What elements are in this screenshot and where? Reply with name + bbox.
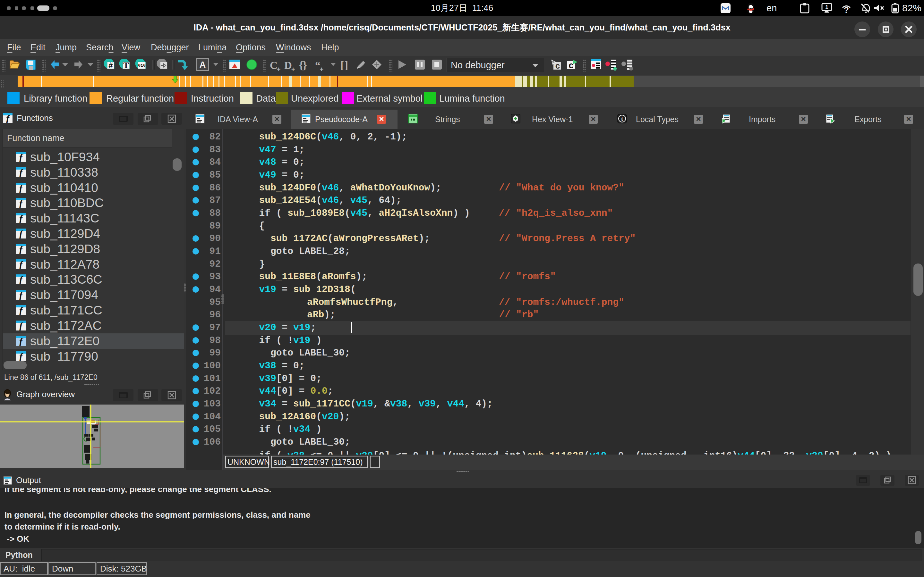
svg-text:T: T bbox=[123, 61, 129, 70]
svg-text:010: 010 bbox=[138, 63, 145, 68]
svg-text:t: t bbox=[621, 116, 623, 122]
svg-text:#: # bbox=[108, 61, 113, 69]
svg-text:1: 1 bbox=[825, 4, 828, 10]
svg-text:?: ? bbox=[844, 5, 849, 13]
